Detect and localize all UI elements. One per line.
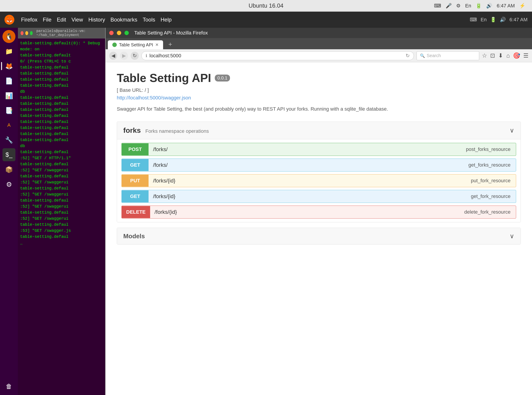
ubuntu-sidebar: 🐧 📁 🦊 📄 📊 📑 A 🔧 $_ 📦 ⚙ 🗑 [0, 28, 18, 395]
models-chevron-icon: ∨ [510, 232, 514, 240]
terminal-line: table-setting.defaul [20, 65, 104, 71]
terminal-line: :52] "GET / HTTP/1.1" [20, 155, 104, 161]
sidebar-icon-ubuntu[interactable]: 🐧 [2, 30, 16, 43]
put-fork-path: /forks/{id} [149, 175, 466, 187]
bookmark-star-icon[interactable]: ☆ [482, 52, 487, 59]
browser-nav: ◀ ▶ ↻ ℹ localhost:5000 ↻ 🔍 Search ☆ ⊡ ⬇ … [106, 49, 532, 62]
sidebar-icon-amazon[interactable]: A [2, 119, 16, 132]
reading-mode-icon[interactable]: ⊡ [490, 52, 495, 59]
address-lock-icon: ℹ [146, 53, 147, 58]
terminal-line: table-setting.defaul [20, 131, 104, 137]
menu-edit[interactable]: Edit [57, 16, 66, 23]
browser-window-title: Table Setting API - Mozilla Firefox [134, 30, 208, 36]
sidebar-icon-firefox[interactable]: 🦊 [2, 60, 16, 72]
firefox-logo[interactable]: 🦊 [5, 15, 14, 25]
sidebar-icon-spreadsheet[interactable]: 📊 [2, 89, 16, 102]
browser-tabs: Table Setting API ✕ ＋ [106, 38, 532, 49]
battery-icon: 🔋 [476, 3, 482, 9]
nav-forward-btn[interactable]: ▶ [120, 52, 128, 60]
sidebar-icon-settings[interactable]: ⚙ [2, 178, 16, 191]
get-forks-path: /forks/ [149, 159, 463, 171]
forks-namespace-title-group: forks Forks namespace operations [123, 126, 209, 135]
network-status: En [465, 3, 471, 9]
address-url: localhost:5000 [150, 53, 403, 59]
terminal-output: table-setting.default(0): * Debug mode: … [20, 40, 104, 246]
terminal-close-btn[interactable] [21, 31, 23, 35]
address-bar[interactable]: ℹ localhost:5000 ↻ [141, 51, 414, 60]
terminal-line: table-setting.defaul [20, 113, 104, 119]
volume-icon: 🔊 [486, 3, 492, 9]
download-icon[interactable]: ⬇ [498, 52, 503, 59]
clock-indicator: 6:47 AM [509, 17, 527, 23]
window-close-btn[interactable] [109, 31, 114, 35]
forks-namespace-header[interactable]: forks Forks namespace operations ∨ [117, 122, 521, 139]
endpoint-get-forks[interactable]: GET /forks/ get_forks_resource [122, 159, 516, 171]
delete-fork-operation-id: delete_fork_resource [459, 206, 516, 218]
forks-namespace-desc: Forks namespace operations [145, 128, 209, 134]
search-bar[interactable]: 🔍 Search [417, 51, 479, 60]
get-fork-operation-id: get_fork_resource [466, 190, 516, 203]
browser-window: Table Setting API - Mozilla Firefox Tabl… [105, 28, 532, 395]
swagger-content: Table Setting API 0.0.1 [ Base URL: / ] … [106, 62, 532, 395]
api-base-url: [ Base URL: / ] [117, 87, 521, 93]
os-title: Ubuntu 16.04 [248, 2, 284, 9]
terminal-line: table-setting.defaul [20, 77, 104, 83]
delete-method-badge: DELETE [122, 206, 150, 218]
swagger-json-link[interactable]: http://localhost:5000/swagger.json [117, 95, 521, 101]
window-maximize-btn[interactable] [124, 31, 129, 35]
endpoint-put-fork[interactable]: PUT /forks/{id} put_fork_resource [122, 174, 516, 187]
terminal-window: parallels@parallels-vm: ~/hab_tar_deploy… [18, 28, 106, 395]
menu-history[interactable]: History [88, 16, 105, 23]
terminal-line: table-setting.defaul [20, 83, 104, 89]
terminal-line: table-setting.defaul [20, 222, 104, 228]
terminal-line: table-setting.defaul [20, 71, 104, 77]
get-method-badge-forks: GET [122, 159, 149, 171]
nav-back-btn[interactable]: ◀ [109, 52, 117, 60]
pocket-icon[interactable]: 🎯 [513, 52, 520, 59]
endpoint-post-forks[interactable]: POST /forks/ post_forks_resource [122, 143, 516, 156]
sidebar-icon-presentation[interactable]: 📑 [2, 104, 16, 117]
sidebar-icon-tools[interactable]: 🔧 [2, 133, 16, 146]
os-top-bar-right: ⌨ 🎤 ⚙ En 🔋 🔊 6:47 AM ⚡ [434, 3, 525, 9]
tab-title: Table Setting API [119, 42, 153, 48]
sidebar-icon-files[interactable]: 📁 [2, 45, 16, 58]
new-tab-btn[interactable]: ＋ [165, 39, 176, 49]
endpoint-get-fork[interactable]: GET /forks/{id} get_fork_resource [122, 190, 516, 203]
terminal-line: :52] "GET /swaggerui [20, 192, 104, 198]
menu-tools[interactable]: Tools [143, 16, 155, 23]
endpoint-delete-fork[interactable]: DELETE /forks/{id} delete_fork_resource [122, 206, 516, 219]
browser-titlebar: Table Setting API - Mozilla Firefox [106, 28, 532, 38]
firefox-bar-right: ⌨ En 🔋 🔊 6:47 AM [470, 17, 527, 23]
search-icon: 🔍 [420, 53, 425, 58]
keyboard-icon: ⌨ [434, 3, 441, 9]
forks-namespace-title: forks [123, 126, 141, 134]
terminal-line: table-setting.defaul [20, 101, 104, 107]
browser-tab-active[interactable]: Table Setting API ✕ [108, 40, 163, 49]
get-forks-operation-id: get_forks_resource [463, 159, 516, 171]
sidebar-icon-software[interactable]: 📦 [2, 163, 16, 176]
terminal-minimize-btn[interactable] [25, 31, 28, 35]
terminal-maximize-btn[interactable] [30, 31, 33, 35]
window-minimize-btn[interactable] [117, 31, 121, 35]
terminal-line: :52] "GET /swaggerui [20, 203, 104, 210]
search-placeholder: Search [427, 53, 441, 58]
models-section: Models ∨ [117, 228, 521, 245]
menu-help[interactable]: Help [161, 16, 172, 23]
terminal-line: 0/ (Press CTRL+C to c [20, 58, 104, 65]
home-icon[interactable]: ⌂ [506, 52, 510, 59]
post-forks-operation-id: post_forks_resource [461, 143, 516, 155]
sidebar-icon-terminal[interactable]: $_ [2, 148, 16, 161]
sidebar-icon-document[interactable]: 📄 [2, 74, 16, 87]
nav-refresh-btn[interactable]: ↻ [131, 52, 139, 60]
menu-icon[interactable]: ☰ [523, 52, 528, 59]
sidebar-icon-trash[interactable]: 🗑 [2, 380, 16, 393]
menu-firefox[interactable]: Firefox [21, 16, 37, 23]
menu-view[interactable]: View [71, 16, 83, 23]
menu-bookmarks[interactable]: Bookmarks [111, 16, 137, 23]
menu-file[interactable]: File [43, 16, 51, 23]
volume-indicator: 🔊 [500, 17, 506, 23]
terminal-line: table-setting.default [20, 52, 104, 58]
terminal-line: table-setting.defaul [20, 185, 104, 192]
models-header[interactable]: Models ∨ [117, 228, 521, 244]
tab-close-btn[interactable]: ✕ [155, 42, 159, 47]
